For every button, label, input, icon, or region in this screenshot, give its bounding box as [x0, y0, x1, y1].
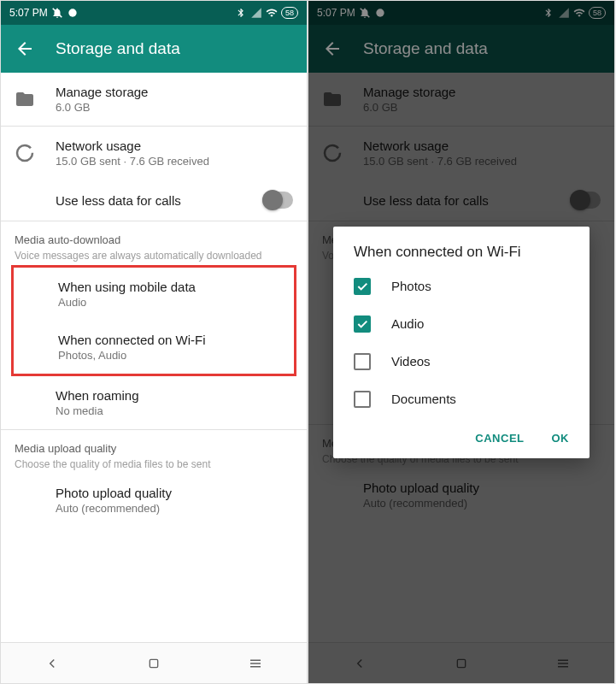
app-icon: [67, 7, 79, 19]
less-data-item[interactable]: Use less data for calls: [1, 180, 307, 221]
media-section-header: Media auto-download Voice messages are a…: [1, 221, 307, 265]
dialog-overlay[interactable]: When connected on Wi-Fi Photos Audio Vid…: [308, 1, 614, 683]
manage-storage-subtitle: 6.0 GB: [56, 101, 293, 114]
network-usage-title: Network usage: [56, 139, 293, 153]
svg-point-0: [68, 9, 76, 16]
svg-point-1: [17, 145, 32, 161]
roaming-subtitle: No media: [56, 404, 293, 417]
checkbox-documents[interactable]: Documents: [333, 380, 590, 418]
media-section-desc: Voice messages are always automatically …: [15, 250, 293, 262]
manage-storage-item[interactable]: Manage storage 6.0 GB: [1, 73, 307, 126]
wifi-title: When connected on Wi-Fi: [58, 333, 280, 347]
less-data-title: Use less data for calls: [56, 193, 242, 208]
checkbox-videos[interactable]: Videos: [333, 343, 590, 380]
dnd-icon: [51, 7, 63, 19]
app-bar: Storage and data: [1, 25, 307, 73]
roaming-title: When roaming: [56, 388, 293, 403]
media-section-title: Media auto-download: [15, 233, 293, 246]
svg-rect-2: [150, 659, 157, 667]
dialog-actions: CANCEL OK: [333, 418, 590, 451]
wifi-subtitle: Photos, Audio: [58, 349, 280, 362]
checkbox-label: Videos: [391, 354, 431, 369]
nav-bar: [1, 642, 307, 683]
photo-quality-title: Photo upload quality: [56, 486, 293, 500]
less-data-toggle[interactable]: [262, 192, 293, 209]
mobile-data-title: When using mobile data: [58, 280, 280, 294]
battery-indicator: 58: [281, 7, 298, 19]
network-usage-subtitle: 15.0 GB sent · 7.6 GB received: [56, 155, 293, 168]
nav-home[interactable]: [144, 653, 164, 674]
manage-storage-title: Manage storage: [56, 85, 293, 99]
mobile-data-subtitle: Audio: [58, 296, 280, 309]
upload-section-desc: Choose the quality of media files to be …: [15, 458, 293, 470]
checkbox-label: Photos: [391, 279, 431, 293]
ok-button[interactable]: OK: [542, 425, 580, 451]
nav-back[interactable]: [42, 653, 62, 674]
checkbox-audio[interactable]: Audio: [333, 305, 590, 343]
upload-section-title: Media upload quality: [15, 442, 293, 455]
checkbox-photos[interactable]: Photos: [333, 268, 590, 305]
signal-icon: [250, 7, 262, 19]
phone-right: 5:07 PM 58 Storage and data Manage stora…: [308, 0, 615, 684]
photo-quality-subtitle: Auto (recommended): [56, 502, 293, 515]
wifi-icon: [266, 7, 278, 19]
status-time: 5:07 PM: [9, 7, 48, 19]
network-usage-item[interactable]: Network usage 15.0 GB sent · 7.6 GB rece…: [1, 127, 307, 180]
wifi-dialog: When connected on Wi-Fi Photos Audio Vid…: [333, 227, 590, 458]
checkbox-label: Audio: [391, 316, 424, 331]
dialog-title: When connected on Wi-Fi: [333, 244, 590, 268]
checkbox-label: Documents: [391, 392, 456, 406]
wifi-item[interactable]: When connected on Wi-Fi Photos, Audio: [14, 321, 294, 374]
mobile-data-item[interactable]: When using mobile data Audio: [14, 268, 294, 321]
bluetooth-icon: [235, 7, 247, 19]
checkbox-icon: [354, 353, 371, 370]
roaming-item[interactable]: When roaming No media: [1, 376, 307, 429]
folder-icon: [15, 89, 35, 109]
settings-content: Manage storage 6.0 GB Network usage 15.0…: [1, 73, 307, 642]
highlight-box: When using mobile data Audio When connec…: [11, 265, 296, 376]
checkbox-icon: [354, 315, 371, 333]
status-bar: 5:07 PM 58: [1, 1, 307, 25]
nav-recent[interactable]: [245, 653, 266, 674]
checkbox-icon: [354, 391, 371, 408]
photo-quality-item[interactable]: Photo upload quality Auto (recommended): [1, 474, 307, 527]
data-usage-icon: [15, 143, 35, 163]
cancel-button[interactable]: CANCEL: [465, 425, 534, 451]
page-title: Storage and data: [56, 39, 180, 58]
upload-section-header: Media upload quality Choose the quality …: [1, 430, 307, 474]
checkbox-icon: [354, 278, 371, 295]
phone-left: 5:07 PM 58 Storage and data: [0, 0, 308, 684]
back-button[interactable]: [15, 38, 35, 59]
